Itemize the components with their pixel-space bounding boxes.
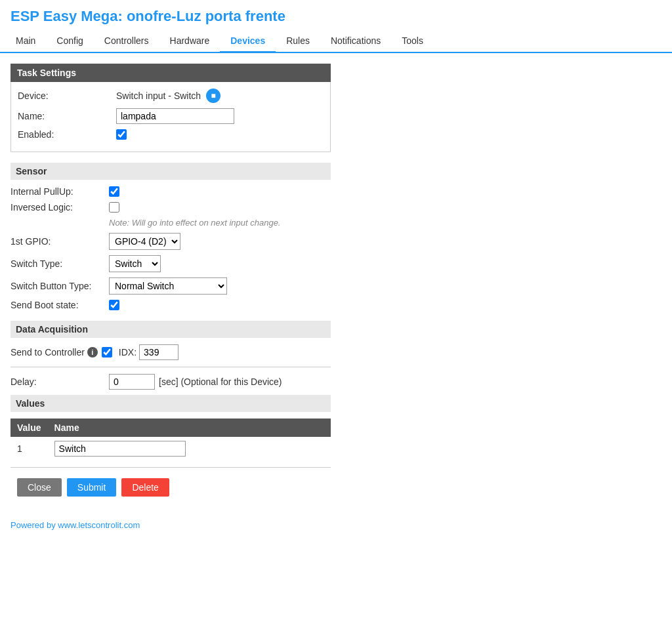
switch-button-type-label: Switch Button Type: — [10, 281, 109, 291]
enabled-label: Enabled: — [18, 129, 116, 140]
tab-notifications[interactable]: Notifications — [320, 30, 391, 52]
tab-devices[interactable]: Devices — [220, 30, 276, 53]
button-row: Close Submit Delete — [10, 478, 331, 497]
send-boot-state-label: Send Boot state: — [10, 300, 109, 310]
delete-button[interactable]: Delete — [121, 478, 169, 497]
task-settings-section: Task Settings Device: Switch input - Swi… — [10, 64, 331, 152]
inversed-logic-label: Inversed Logic: — [10, 202, 109, 213]
data-acquisition-section: Data Acquisition Send to Controller i ID… — [10, 321, 331, 390]
submit-button[interactable]: Submit — [67, 478, 117, 497]
send-to-controller-row: Send to Controller i IDX: — [10, 344, 331, 360]
internal-pullup-row: Internal PullUp: — [10, 186, 331, 197]
values-table: Value Name 1 — [10, 419, 331, 460]
tab-controllers[interactable]: Controllers — [94, 30, 159, 52]
gpio-row: 1st GPIO: GPIO-4 (D2) — [10, 233, 331, 250]
delay-label: Delay: — [10, 377, 109, 387]
name-row: Name: — [18, 108, 324, 124]
name-label: Name: — [18, 111, 116, 121]
name-input[interactable] — [116, 108, 234, 124]
gpio-label: 1st GPIO: — [10, 236, 109, 247]
switch-type-select[interactable]: Switch Dimmer — [109, 255, 161, 272]
switch-button-type-row: Switch Button Type: Normal Switch Push A… — [10, 277, 331, 295]
table-row: 1 — [10, 437, 331, 460]
enabled-checkbox[interactable] — [116, 129, 127, 140]
send-to-controller-label: Send to Controller — [10, 347, 85, 357]
switch-button-type-select[interactable]: Normal Switch Push Active Low Push Activ… — [109, 277, 227, 295]
values-section: Values Value Name 1 — [10, 395, 331, 468]
send-to-controller-info-icon[interactable]: i — [87, 347, 98, 357]
row-value: 1 — [10, 437, 48, 460]
inversed-logic-row: Inversed Logic: — [10, 202, 331, 213]
nav-tabs: Main Config Controllers Hardware Devices… — [0, 30, 672, 53]
delay-unit: [sec] (Optional for this Device) — [159, 377, 282, 387]
send-boot-state-row: Send Boot state: — [10, 300, 331, 310]
row-name-cell — [48, 437, 331, 460]
send-to-controller-checkbox[interactable] — [102, 347, 112, 357]
device-label: Device: — [18, 91, 116, 101]
switch-type-row: Switch Type: Switch Dimmer — [10, 255, 331, 272]
tab-config[interactable]: Config — [46, 30, 93, 52]
device-value: Switch input - Switch — [116, 91, 201, 101]
page-title: ESP Easy Mega: onofre-Luz porta frente — [0, 0, 672, 30]
sensor-header: Sensor — [10, 163, 331, 180]
switch-type-label: Switch Type: — [10, 258, 109, 269]
internal-pullup-checkbox[interactable] — [109, 186, 119, 197]
row-name-input[interactable] — [54, 441, 186, 457]
close-button[interactable]: Close — [17, 478, 62, 497]
idx-label: IDX: — [119, 347, 136, 357]
internal-pullup-label: Internal PullUp: — [10, 186, 109, 197]
device-info-icon[interactable]: ■ — [206, 89, 220, 103]
gpio-select[interactable]: GPIO-4 (D2) — [109, 233, 180, 250]
col-name-header: Name — [48, 419, 331, 437]
delay-row: Delay: [sec] (Optional for this Device) — [10, 374, 331, 390]
task-settings-header: Task Settings — [10, 64, 331, 82]
send-boot-state-checkbox[interactable] — [109, 300, 119, 310]
device-row: Device: Switch input - Switch ■ — [18, 89, 324, 103]
inversed-logic-checkbox[interactable] — [109, 202, 119, 213]
powered-by: Powered by www.letscontrolit.com — [0, 507, 672, 537]
idx-input[interactable] — [139, 344, 178, 360]
values-header: Values — [10, 395, 331, 412]
data-acquisition-header: Data Acquisition — [10, 321, 331, 338]
col-value-header: Value — [10, 419, 48, 437]
enabled-row: Enabled: — [18, 129, 324, 140]
note-text: Note: Will go into effect on next input … — [109, 218, 331, 228]
tab-rules[interactable]: Rules — [276, 30, 320, 52]
powered-by-link[interactable]: Powered by www.letscontrolit.com — [10, 520, 140, 530]
tab-tools[interactable]: Tools — [391, 30, 434, 52]
tab-hardware[interactable]: Hardware — [159, 30, 220, 52]
delay-input[interactable] — [109, 374, 155, 390]
tab-main[interactable]: Main — [5, 30, 46, 52]
sensor-section: Sensor Internal PullUp: Inversed Logic: … — [10, 163, 331, 310]
